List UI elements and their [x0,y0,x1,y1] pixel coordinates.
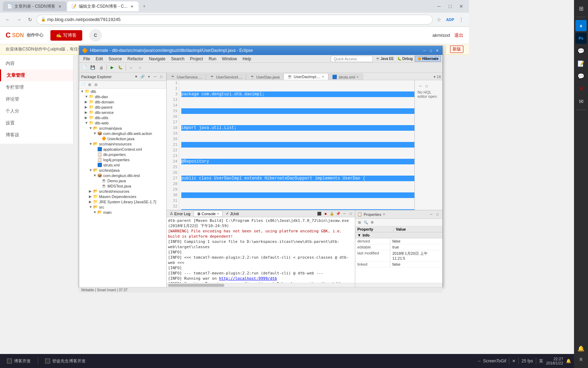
forward-button[interactable]: → [14,15,24,25]
menu-edit[interactable]: Edit [93,56,106,62]
notification-icon[interactable]: 🔔 [575,343,587,354]
eclipse-minimize[interactable]: ─ [422,48,427,53]
tree-item-maven-deps[interactable]: ▶ 📁 Maven Dependencies [79,194,166,199]
expand-all[interactable]: ⊞ [87,82,92,88]
quick-access-input[interactable]: Quick Access [331,56,373,62]
editor-tab-userservicei[interactable]: ☕ UserServiceI.... [206,74,246,80]
toolbar-new[interactable]: 📄 [80,64,88,71]
tree-item-useraction[interactable]: 🔶 UserAction.java [79,136,166,141]
tree-item-src-main-java[interactable]: ▼ 📂 src/main/java [79,125,166,131]
editor-tab-struts[interactable]: 🟦 struts.xml ✕ [328,74,363,80]
view-menu[interactable]: ▾ [146,74,152,80]
eclipse-close[interactable]: ✕ [435,48,440,53]
tree-item-src-main-res[interactable]: ▼ 📂 src/main/resources [79,141,166,146]
sidebar-item-profile[interactable]: 个人分 [0,105,73,117]
tree-item-main[interactable]: ▼ 📂 main [79,210,166,215]
tree-item-dtb-utils[interactable]: ▶ 📁 dtb-utils [79,115,166,120]
editor-tab-userservice[interactable]: ☕ UserService.... [167,74,206,80]
back-button[interactable]: ← [3,15,13,25]
tree-item-appcontext[interactable]: 🟦 applicationContext.xml [79,146,166,152]
link-editor[interactable]: 🔗 [140,74,145,80]
photoshop-icon[interactable]: Ps [575,33,587,44]
bookmark-button[interactable]: ☆ [434,15,444,25]
wechat-icon[interactable]: 💬 [575,70,587,82]
tab1-close[interactable]: ✕ [57,4,62,9]
console-tab-console[interactable]: 🖥 Console ✕ [194,211,223,217]
windows-start-icon[interactable]: ⊞ [575,3,587,14]
logout-button[interactable]: 退出 [454,32,463,39]
menu-run[interactable]: Run [206,56,219,62]
task-back-btn[interactable]: ← ScreenToGif [477,359,506,363]
prop-defaults[interactable]: ⚙ [369,220,375,225]
tree-item-dtb-web[interactable]: ▼ 📁 dtb-web [79,120,166,125]
debug-persp[interactable]: 🐛 Debug [396,56,414,61]
editor-tab-userdaoimpl[interactable]: ☕ UserDaoImpl.... ✕ [284,73,328,80]
restore-browser[interactable]: □ [445,1,455,11]
browser-tab-1[interactable]: 📄 文章列表 - CSDN博客 ✕ [3,1,66,11]
tree-item-src-test-java[interactable]: ▼ 📂 src/test/java [79,168,166,173]
toolbar-run[interactable]: ▶ [108,64,116,71]
task-notification[interactable]: 🔔 [566,359,571,363]
mail-icon[interactable]: ✉ [575,96,587,107]
tree-item-dtb-parent[interactable]: ▶ 📁 dtb-parent [79,104,166,110]
messages-icon[interactable]: 💬 [575,45,587,56]
hql-maximize[interactable]: □ [424,83,429,89]
tree-item-demo[interactable]: ☕ Demo.java [79,178,166,183]
tree-item-log4j[interactable]: 📋 log4j.properties [79,157,166,162]
sidebar-item-blog-settings[interactable]: 博客设 [0,129,73,141]
sidebar-item-settings[interactable]: 设置 [0,117,73,129]
toolbar-forward[interactable]: → [136,64,144,71]
tree-item-action-pkg[interactable]: ▼ 📦 com.dengtuzi.dtb.web.action [79,131,166,136]
keyboard-icon[interactable]: 英 [575,354,587,365]
properties-scrollbar[interactable] [355,283,442,287]
console-pin[interactable]: 📌 [335,211,341,217]
console-tab-errorlog[interactable]: ⚠ Error Log [167,210,194,217]
minimize-browser[interactable]: ─ [434,1,444,11]
browser-tab-2[interactable]: 📝 编辑文章-CSDN博客 - C... ✕ [67,1,139,11]
tab-close-userdaoimpl[interactable]: ✕ [322,75,324,79]
sidebar-item-columns[interactable]: 专栏管理 [0,81,73,93]
sidebar-item-content[interactable]: 内容 [0,57,73,69]
collapse-all[interactable]: ▼ [133,74,139,80]
properties-maximize[interactable]: □ [435,212,440,217]
prop-categories[interactable]: ⊞ [357,220,362,225]
task-dengtu-blog[interactable]: 登徒先生博客开发 [41,357,90,366]
prop-filter[interactable]: 🔍 [363,220,369,225]
menu-refactor[interactable]: Refactor [125,56,146,62]
sidebar-item-articles[interactable]: 文章管理 [0,69,73,81]
close-browser[interactable]: ✕ [456,1,466,11]
tree-item-dtb-domain[interactable]: ▶ 📁 dtb-domain [79,99,166,104]
new-tab-button[interactable]: + [139,1,149,11]
minimize-view[interactable]: ─ [152,74,158,80]
address-bar[interactable]: 🔒 mp.blog.csdn.net/postedit/79119245 [36,15,433,25]
tree-item-dtb-dao[interactable]: ▼ 📁 dtb-dao [79,94,166,99]
tab-close-struts[interactable]: ✕ [356,75,359,79]
java-ee-persp[interactable]: ☕ Java EE [374,56,395,61]
editor-tab-userdao[interactable]: ☕ UserDao.java [246,74,284,80]
eclipse-restore[interactable]: □ [428,48,433,53]
menu-navigate[interactable]: Navigate [146,56,168,62]
sidebar-item-comments[interactable]: 评论管 [0,93,73,105]
toolbar-save[interactable]: 💾 [89,64,97,71]
console-maximize[interactable]: □ [348,211,354,217]
console-scrollbar[interactable] [167,283,355,287]
avatar[interactable]: C [89,29,102,42]
extensions-button[interactable]: ADP [445,15,455,25]
menu-source[interactable]: Source [106,56,125,62]
red-x-icon[interactable]: ✕ [575,83,587,94]
tree-item-src-test-res[interactable]: ▶ 📂 src/test/resources [79,189,166,194]
notes-icon[interactable]: 📝 [575,58,587,69]
tree-item-dbprops[interactable]: 📋 db.properties [79,152,166,157]
tab2-close[interactable]: ✕ [130,4,134,9]
menu-help[interactable]: Help [240,56,254,62]
write-blog-button[interactable]: ✍ 写博客 [50,30,82,41]
toolbar-debug[interactable]: 🐛 [117,64,124,71]
toolbar-print[interactable]: 🖨 [97,64,105,71]
console-minimize[interactable]: ─ [342,211,347,217]
tree-item-src[interactable]: ▼ 📂 src [79,204,166,210]
menu-file[interactable]: File [80,56,93,62]
tree-item-dtb-service[interactable]: ▶ 📁 dtb-service [79,110,166,115]
edge-icon[interactable]: e [575,20,587,31]
menu-search[interactable]: Search [168,56,187,62]
tree-item-mdstest[interactable]: ☕ MDSTest.java [79,183,166,189]
